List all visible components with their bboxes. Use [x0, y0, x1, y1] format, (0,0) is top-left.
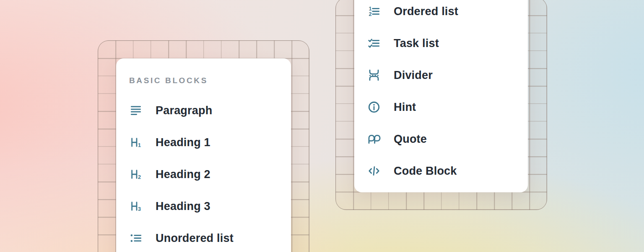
menu-item-list: 12Ordered listTask list DividerHint Quot… [354, 0, 528, 187]
unordered-list-icon [129, 231, 143, 245]
menu-item-label: Heading 3 [156, 200, 210, 213]
menu-item-label: Unordered list [156, 232, 234, 245]
svg-text:2: 2 [369, 11, 371, 17]
menu-item-heading-2[interactable]: 2Heading 2 [116, 158, 291, 190]
divider-icon [367, 68, 381, 82]
heading-1-icon: 1 [129, 136, 143, 149]
menu-item-code-block[interactable]: Code Block [354, 155, 528, 187]
menu-item-label: Heading 1 [156, 136, 210, 149]
menu-item-task-list[interactable]: Task list [354, 27, 528, 59]
code-block-icon [367, 164, 381, 178]
menu-item-label: Ordered list [394, 5, 458, 18]
quote-icon [367, 132, 381, 146]
menu-item-label: Task list [394, 37, 439, 50]
menu-item-quote[interactable]: Quote [354, 123, 528, 155]
menu-item-label: Quote [394, 133, 427, 146]
menu-item-label: Code Block [394, 165, 457, 178]
menu-item-label: Heading 2 [156, 168, 210, 181]
menu-item-label: Hint [394, 101, 416, 114]
ordered-list-icon: 12 [367, 5, 381, 18]
basic-blocks-menu-card: BASIC BLOCKS Paragraph1Heading 12Heading… [116, 58, 291, 252]
menu-item-hint[interactable]: Hint [354, 91, 528, 123]
menu-item-divider[interactable]: Divider [354, 59, 528, 91]
task-list-icon [367, 37, 381, 50]
menu-item-heading-1[interactable]: 1Heading 1 [116, 126, 291, 158]
section-header-basic-blocks: BASIC BLOCKS [129, 76, 208, 85]
menu-item-ordered-list[interactable]: 12Ordered list [354, 0, 528, 27]
paragraph-icon [129, 104, 143, 117]
menu-item-label: Divider [394, 69, 433, 82]
heading-2-icon: 2 [129, 168, 143, 181]
menu-item-list: Paragraph1Heading 12Heading 23Heading 3U… [116, 94, 291, 252]
svg-text:2: 2 [138, 174, 141, 180]
svg-text:1: 1 [138, 142, 141, 148]
menu-item-paragraph[interactable]: Paragraph [116, 94, 291, 126]
svg-text:3: 3 [138, 206, 141, 212]
heading-3-icon: 3 [129, 200, 143, 213]
blocks-menu-card: 12Ordered listTask list DividerHint Quot… [354, 0, 528, 192]
menu-item-label: Paragraph [156, 104, 212, 117]
hint-icon [367, 100, 381, 114]
svg-text:1: 1 [369, 6, 371, 12]
background-canvas: BASIC BLOCKS Paragraph1Heading 12Heading… [0, 0, 644, 252]
menu-item-heading-3[interactable]: 3Heading 3 [116, 190, 291, 222]
menu-item-unordered-list[interactable]: Unordered list [116, 222, 291, 252]
